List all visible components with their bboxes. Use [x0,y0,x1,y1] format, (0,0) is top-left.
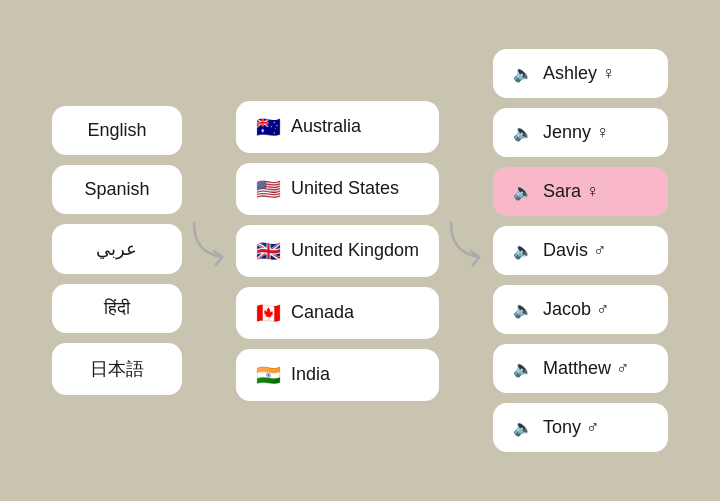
matthew-label: Matthew ♂ [543,358,630,379]
country-united-kingdom[interactable]: 🇬🇧 United Kingdom [236,225,439,277]
lang-english-label: English [87,120,146,141]
arrow-country-to-voice [447,213,485,288]
country-united-states[interactable]: 🇺🇸 United States [236,163,439,215]
india-label: India [291,364,330,385]
lang-arabic-label: عربي [96,238,137,260]
matthew-speaker-icon: 🔈 [513,359,533,378]
main-container: English Spanish عربي हिंदी 日本語 🇦🇺 Austra… [32,29,688,472]
lang-spanish[interactable]: Spanish [52,165,182,214]
voice-tony[interactable]: 🔈 Tony ♂ [493,403,668,452]
ashley-label: Ashley ♀ [543,63,616,84]
country-australia[interactable]: 🇦🇺 Australia [236,101,439,153]
jacob-speaker-icon: 🔈 [513,300,533,319]
voice-davis[interactable]: 🔈 Davis ♂ [493,226,668,275]
canada-flag: 🇨🇦 [256,301,281,325]
canada-label: Canada [291,302,354,323]
lang-spanish-label: Spanish [84,179,149,200]
voice-column: 🔈 Ashley ♀ 🔈 Jenny ♀ 🔈 Sara ♀ 🔈 Davis ♂ … [493,49,668,452]
davis-label: Davis ♂ [543,240,607,261]
lang-japanese-label: 日本語 [90,357,144,381]
country-canada[interactable]: 🇨🇦 Canada [236,287,439,339]
lang-hindi-label: हिंदी [104,298,130,319]
davis-speaker-icon: 🔈 [513,241,533,260]
jenny-speaker-icon: 🔈 [513,123,533,142]
australia-flag: 🇦🇺 [256,115,281,139]
uk-flag: 🇬🇧 [256,239,281,263]
lang-japanese[interactable]: 日本語 [52,343,182,395]
ashley-speaker-icon: 🔈 [513,64,533,83]
india-flag: 🇮🇳 [256,363,281,387]
us-label: United States [291,178,399,199]
us-flag: 🇺🇸 [256,177,281,201]
tony-speaker-icon: 🔈 [513,418,533,437]
country-column: 🇦🇺 Australia 🇺🇸 United States 🇬🇧 United … [236,101,439,401]
lang-arabic[interactable]: عربي [52,224,182,274]
jenny-label: Jenny ♀ [543,122,610,143]
sara-speaker-icon: 🔈 [513,182,533,201]
country-india[interactable]: 🇮🇳 India [236,349,439,401]
lang-hindi[interactable]: हिंदी [52,284,182,333]
tony-label: Tony ♂ [543,417,600,438]
language-column: English Spanish عربي हिंदी 日本語 [52,106,182,395]
voice-matthew[interactable]: 🔈 Matthew ♂ [493,344,668,393]
sara-label: Sara ♀ [543,181,600,202]
jacob-label: Jacob ♂ [543,299,610,320]
voice-jacob[interactable]: 🔈 Jacob ♂ [493,285,668,334]
australia-label: Australia [291,116,361,137]
uk-label: United Kingdom [291,240,419,261]
voice-ashley[interactable]: 🔈 Ashley ♀ [493,49,668,98]
voice-jenny[interactable]: 🔈 Jenny ♀ [493,108,668,157]
voice-sara[interactable]: 🔈 Sara ♀ [493,167,668,216]
lang-english[interactable]: English [52,106,182,155]
arrow-lang-to-country [190,213,228,288]
